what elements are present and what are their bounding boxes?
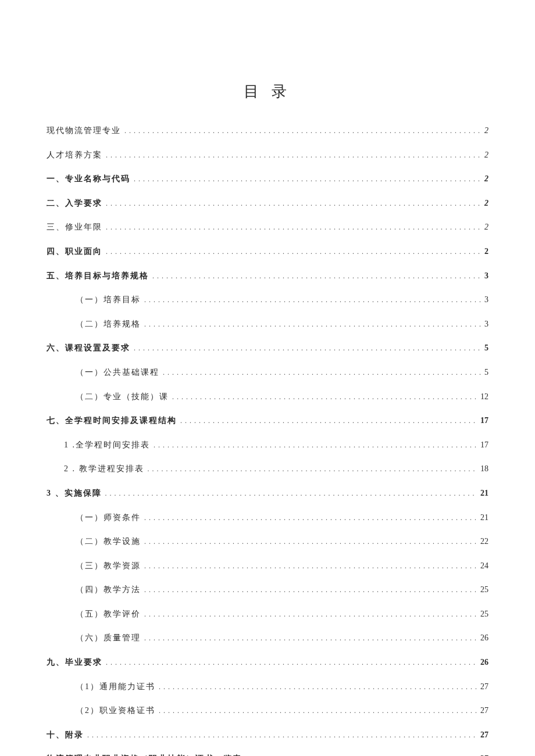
toc-leader-dots	[152, 270, 481, 282]
toc-leader-dots	[106, 198, 481, 209]
toc-leader-dots	[106, 246, 481, 257]
toc-entry-page: 5	[484, 367, 488, 378]
toc-leader-dots	[106, 657, 477, 668]
toc-leader-dots	[134, 173, 481, 185]
toc-entry-label: 九、毕业要求	[47, 657, 102, 668]
toc-leader-dots	[134, 342, 481, 354]
toc-entry-label: （二）教学设施	[76, 536, 141, 547]
toc-entry-page: 24	[480, 560, 488, 572]
toc-leader-dots	[159, 705, 477, 716]
toc-entry-label: （六）质量管理	[76, 632, 141, 644]
toc-entry: 1 .全学程时间安排表17	[47, 439, 488, 451]
toc-entry-page: 17	[480, 439, 488, 451]
toc-leader-dots	[144, 560, 477, 572]
toc-entry-page: 18	[480, 463, 488, 475]
toc-entry: 2 . 教学进程安排表18	[47, 463, 488, 475]
toc-entry-page: 27	[480, 705, 488, 716]
toc-entry: （三）教学资源24	[47, 560, 488, 572]
toc-entry-label: 六、课程设置及要求	[47, 342, 130, 354]
table-of-contents: 现代物流管理专业2人才培养方案2一、专业名称与代码2二、入学要求2三、修业年限2…	[47, 125, 488, 756]
toc-leader-dots	[144, 318, 481, 330]
toc-entry-label: （2）职业资格证书	[76, 705, 155, 716]
toc-entry-label: 一、专业名称与代码	[47, 173, 130, 185]
toc-entry-label: （一）培养目标	[76, 294, 141, 306]
toc-entry-page: 5	[484, 342, 488, 354]
toc-entry: （二）教学设施22	[47, 536, 488, 547]
toc-entry-label: （一）师资条件	[76, 512, 141, 524]
toc-leader-dots	[154, 439, 477, 451]
toc-entry: （二）专业（技能）课12	[47, 391, 488, 403]
toc-leader-dots	[144, 632, 477, 644]
toc-entry-label: （一）公共基础课程	[76, 367, 159, 378]
toc-leader-dots	[106, 221, 481, 233]
toc-entry-label: 四、职业面向	[47, 246, 102, 257]
toc-entry-page: 2	[484, 198, 488, 209]
toc-entry-label: 2 . 教学进程安排表	[64, 463, 144, 475]
toc-leader-dots	[106, 149, 481, 161]
toc-entry-page: 2	[484, 246, 488, 257]
toc-entry-page: 21	[480, 488, 488, 499]
toc-entry-page: 2	[484, 125, 488, 137]
toc-leader-dots	[180, 415, 477, 427]
toc-entry-page: 3	[484, 294, 488, 306]
toc-entry-label: 三、修业年限	[47, 221, 102, 233]
toc-leader-dots	[172, 391, 477, 403]
toc-leader-dots	[159, 681, 477, 693]
toc-entry-page: 2	[484, 221, 488, 233]
toc-leader-dots	[144, 512, 477, 524]
toc-entry-label: （四）教学方法	[76, 584, 141, 596]
toc-entry: 三、修业年限2	[47, 221, 488, 233]
toc-entry: （六）质量管理26	[47, 632, 488, 644]
toc-entry-label: 现代物流管理专业	[47, 125, 121, 137]
toc-entry: 3 、实施保障21	[47, 488, 488, 499]
toc-entry-page: 27	[480, 681, 488, 693]
toc-entry-label: （二）专业（技能）课	[76, 391, 169, 403]
toc-leader-dots	[105, 488, 477, 499]
toc-entry: （四）教学方法25	[47, 584, 488, 596]
toc-entry: 十、附录27	[47, 729, 488, 741]
toc-entry-label: 十、附录	[47, 729, 84, 741]
toc-entry: 六、课程设置及要求5	[47, 342, 488, 354]
toc-entry: （五）教学评价25	[47, 608, 488, 620]
toc-entry-label: 1 .全学程时间安排表	[64, 439, 150, 451]
toc-leader-dots	[245, 753, 477, 756]
toc-entry-page: 27	[480, 753, 488, 756]
toc-entry-page: 2	[484, 149, 488, 161]
toc-entry-page: 2	[484, 173, 488, 185]
toc-entry-page: 3	[484, 318, 488, 330]
toc-leader-dots	[124, 125, 481, 137]
toc-entry: （一）公共基础课程5	[47, 367, 488, 378]
toc-entry: 九、毕业要求26	[47, 657, 488, 668]
toc-entry-label: （二）培养规格	[76, 318, 141, 330]
toc-entry-label: （五）教学评价	[76, 608, 141, 620]
toc-leader-dots	[144, 536, 477, 547]
toc-entry: （二）培养规格3	[47, 318, 488, 330]
toc-entry-page: 3	[484, 270, 488, 282]
toc-entry-page: 26	[480, 632, 488, 644]
page-title: 目 录	[47, 81, 488, 102]
toc-entry-label: 3 、实施保障	[47, 488, 102, 499]
toc-leader-dots	[144, 294, 481, 306]
toc-entry-label: 二、入学要求	[47, 198, 102, 209]
toc-leader-dots	[148, 463, 477, 475]
toc-entry-label: （1）通用能力证书	[76, 681, 155, 693]
toc-entry: （1）通用能力证书27	[47, 681, 488, 693]
toc-entry: 一、专业名称与代码2	[47, 173, 488, 185]
toc-entry: （一）师资条件21	[47, 512, 488, 524]
toc-entry: 物流管理专业职业资格（职业技能）证书一览表27	[47, 753, 488, 756]
toc-entry-label: 人才培养方案	[47, 149, 102, 161]
toc-entry-page: 27	[480, 729, 488, 741]
toc-entry: 现代物流管理专业2	[47, 125, 488, 137]
toc-leader-dots	[144, 608, 477, 620]
toc-entry-page: 21	[480, 512, 488, 524]
toc-leader-dots	[163, 367, 481, 378]
toc-entry-page: 25	[480, 608, 488, 620]
toc-entry: 四、职业面向2	[47, 246, 488, 257]
toc-entry: 五、培养目标与培养规格3	[47, 270, 488, 282]
toc-entry-label: 五、培养目标与培养规格	[47, 270, 149, 282]
toc-leader-dots	[144, 584, 477, 596]
toc-entry: （2）职业资格证书27	[47, 705, 488, 716]
toc-entry-page: 26	[480, 657, 488, 668]
toc-entry: 二、入学要求2	[47, 198, 488, 209]
toc-entry-page: 12	[480, 391, 488, 403]
